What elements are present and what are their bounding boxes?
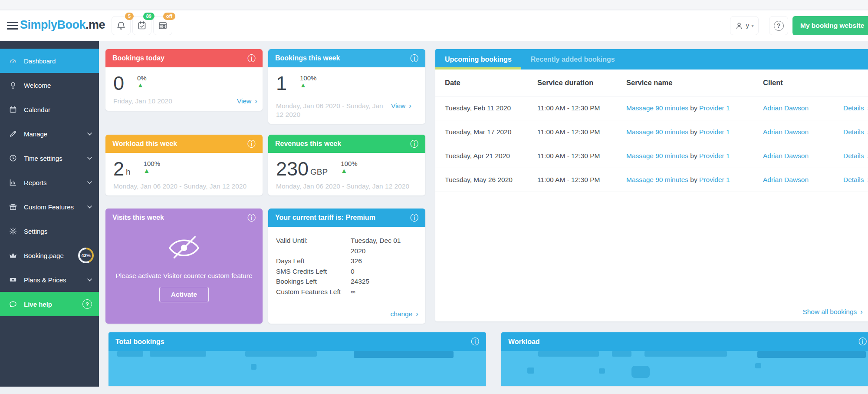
browser-top-strip	[0, 0, 868, 10]
provider-link[interactable]: Provider 1	[699, 152, 730, 159]
tariff-row: SMS Credits Left0	[276, 266, 418, 277]
sidebar-item-reports[interactable]: Reports	[0, 170, 99, 195]
service-link[interactable]: Massage 90 minutes	[626, 176, 688, 183]
bar-chart-icon	[9, 178, 17, 187]
help-button[interactable]: ?	[769, 16, 788, 35]
column-client: Client	[763, 79, 843, 87]
percent-change: 100%	[300, 74, 316, 82]
trend-up-icon: ▲	[144, 167, 150, 175]
view-link[interactable]: View›	[391, 102, 411, 110]
booking-service: Massage 90 minutes by Provider 1	[626, 104, 763, 112]
card-date: Monday, Jan 06 2020 - Sunday, Jan 12 202…	[276, 102, 391, 119]
activate-button[interactable]: Activate	[159, 287, 209, 302]
show-all-bookings-link[interactable]: Show all bookings›	[802, 308, 863, 316]
sidebar-item-custom-features[interactable]: Custom Features	[0, 195, 99, 219]
card-tariff: Your current tariff is: Premium ⓘ Valid …	[268, 209, 425, 324]
workload-value: 2	[113, 159, 124, 179]
change-tariff-link[interactable]: change›	[390, 310, 418, 318]
client-link[interactable]: Adrian Dawson	[763, 104, 843, 112]
view-link[interactable]: View›	[237, 97, 257, 106]
card-header: Bookings today ⓘ	[105, 49, 263, 67]
service-link[interactable]: Massage 90 minutes	[626, 128, 688, 136]
sidebar-item-dashboard[interactable]: Dashboard	[0, 49, 99, 73]
provider-link[interactable]: Provider 1	[699, 176, 730, 183]
details-link[interactable]: Details›	[843, 128, 868, 136]
my-booking-website-button[interactable]: My booking website	[792, 16, 868, 35]
eye-slash-icon	[164, 233, 204, 261]
booking-row: Tuesday, Apr 21 2020 11:00 AM - 12:30 PM…	[435, 144, 868, 168]
details-link[interactable]: Details›	[843, 104, 868, 112]
booking-duration: 11:00 AM - 12:30 PM	[537, 176, 626, 184]
chart-title: Workload	[508, 338, 540, 346]
bookings-calendar-button[interactable]: 89	[132, 16, 151, 35]
chart-placeholder	[108, 351, 486, 386]
card-header: Visits this week ⓘ	[105, 209, 263, 227]
card-title: Bookings today	[112, 54, 164, 62]
info-icon[interactable]: ⓘ	[858, 338, 867, 346]
provider-link[interactable]: Provider 1	[699, 104, 730, 112]
info-icon[interactable]: ⓘ	[471, 338, 479, 346]
hamburger-menu-icon[interactable]	[7, 22, 18, 30]
header-notification-group: 5 89 off	[112, 16, 172, 35]
trend-up-icon: ▲	[341, 167, 347, 175]
card-title: Workload this week	[112, 140, 177, 148]
sidebar-item-label: Calendar	[24, 106, 50, 113]
chevron-down-icon	[87, 157, 92, 160]
news-button[interactable]: off	[153, 16, 172, 35]
booking-date: Tuesday, Feb 11 2020	[445, 104, 537, 112]
card-title: Visits this week	[112, 214, 164, 222]
chevron-right-icon: ›	[409, 102, 411, 110]
booking-service: Massage 90 minutes by Provider 1	[626, 176, 763, 184]
sidebar-item-plans-prices[interactable]: Plans & Prices	[0, 268, 99, 292]
column-service-name: Service name	[626, 79, 763, 87]
info-icon[interactable]: ⓘ	[410, 140, 418, 148]
sidebar-item-label: Settings	[24, 228, 47, 235]
chart-total-bookings: Total bookings ⓘ	[108, 332, 486, 386]
info-icon[interactable]: ⓘ	[410, 214, 418, 222]
chevron-right-icon: ›	[416, 310, 418, 318]
details-link[interactable]: Details›	[843, 152, 868, 159]
trend-up-icon: ▲	[137, 82, 144, 89]
sidebar-item-booking-page[interactable]: Booking.page 43%	[0, 243, 99, 268]
logo[interactable]: SimplyBook.me	[20, 18, 105, 32]
info-icon[interactable]: ⓘ	[247, 214, 256, 222]
column-service-duration: Service duration	[537, 79, 626, 87]
provider-link[interactable]: Provider 1	[699, 128, 730, 136]
booking-duration: 11:00 AM - 12:30 PM	[537, 152, 626, 160]
tab-upcoming-bookings[interactable]: Upcoming bookings	[435, 49, 521, 70]
sidebar-item-welcome[interactable]: Welcome	[0, 73, 99, 97]
details-link[interactable]: Details›	[843, 176, 868, 183]
client-link[interactable]: Adrian Dawson	[763, 176, 843, 184]
service-link[interactable]: Massage 90 minutes	[626, 104, 688, 112]
sidebar-item-label: Plans & Prices	[24, 276, 66, 284]
client-link[interactable]: Adrian Dawson	[763, 128, 843, 136]
card-bookings-today: Bookings today ⓘ 0 0%▲ Friday, Jan 10 20…	[105, 49, 263, 111]
crown-icon	[9, 251, 17, 260]
gift-icon	[9, 202, 17, 211]
logo-brand: SimplyBook	[20, 18, 85, 31]
user-menu[interactable]: y ▾	[730, 16, 759, 35]
revenues-value: 230	[276, 159, 309, 179]
percent-change: 100%	[341, 160, 357, 167]
sidebar-item-settings[interactable]: Settings	[0, 219, 99, 243]
info-icon[interactable]: ⓘ	[410, 54, 418, 63]
sidebar-item-manage[interactable]: Manage	[0, 122, 99, 146]
sidebar: Dashboard Welcome Calendar Manage Time s…	[0, 41, 99, 387]
tab-recently-added-bookings[interactable]: Recently added bookings	[521, 49, 625, 70]
chart-placeholder	[501, 351, 868, 386]
notifications-button[interactable]: 5	[112, 16, 131, 35]
info-icon[interactable]: ⓘ	[247, 140, 256, 148]
column-date: Date	[445, 79, 537, 87]
sidebar-item-label: Live help	[24, 301, 52, 308]
booking-service: Massage 90 minutes by Provider 1	[626, 128, 763, 136]
card-date: Monday, Jan 06 2020 - Sunday, Jan 12 202…	[276, 182, 420, 190]
sidebar-item-calendar[interactable]: Calendar	[0, 97, 99, 122]
bookings-table-header: Date Service duration Service name Clien…	[435, 70, 868, 96]
sidebar-item-live-help[interactable]: Live help ?	[0, 292, 99, 316]
lightbulb-icon	[9, 81, 17, 89]
service-link[interactable]: Massage 90 minutes	[626, 152, 688, 159]
info-icon[interactable]: ⓘ	[247, 54, 256, 63]
money-icon	[9, 275, 17, 284]
sidebar-item-time-settings[interactable]: Time settings	[0, 146, 99, 170]
client-link[interactable]: Adrian Dawson	[763, 152, 843, 160]
